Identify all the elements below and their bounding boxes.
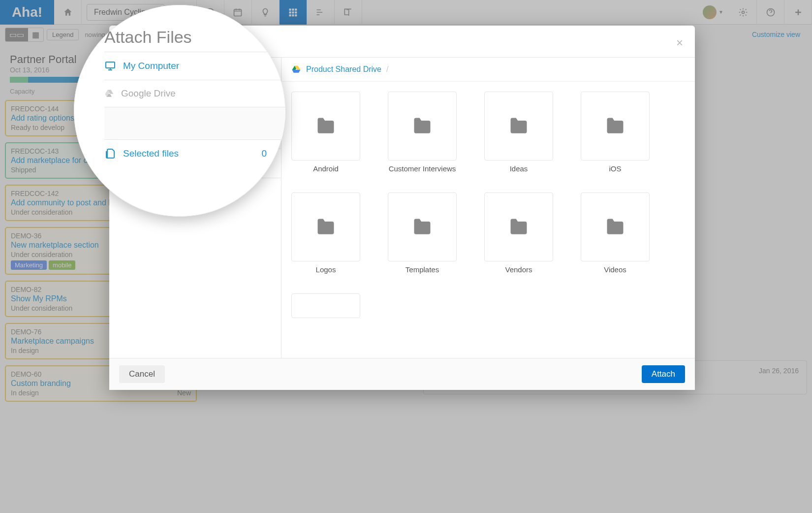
folder-item[interactable]: iOS bbox=[581, 92, 650, 173]
sidebar-gap bbox=[109, 115, 281, 149]
folder-item[interactable]: Templates bbox=[388, 192, 457, 274]
folder-item[interactable]: Ideas bbox=[484, 92, 553, 173]
folder-item[interactable]: Vendors bbox=[484, 192, 553, 274]
folder-item[interactable] bbox=[291, 293, 360, 322]
svg-rect-16 bbox=[121, 68, 129, 74]
selected-count: 0 bbox=[267, 159, 271, 168]
cancel-button[interactable]: Cancel bbox=[119, 365, 165, 383]
source-google-drive[interactable]: Google Drive bbox=[109, 87, 281, 115]
folder-item[interactable]: Videos bbox=[581, 192, 650, 274]
folder-item[interactable]: Customer Interviews bbox=[388, 92, 457, 173]
attach-button[interactable]: Attach bbox=[642, 365, 685, 383]
folder-grid: AndroidCustomer InterviewsIdeasiOSLogosT… bbox=[281, 82, 695, 332]
source-my-computer[interactable]: My Computer bbox=[109, 58, 281, 87]
folder-item[interactable]: Logos bbox=[291, 192, 360, 274]
selected-files[interactable]: Selected files 0 bbox=[109, 149, 281, 178]
modal-main: Product Shared Drive / AndroidCustomer I… bbox=[281, 58, 695, 358]
attach-files-modal: Attach Files × My Computer Google Drive … bbox=[109, 26, 695, 390]
folder-item[interactable]: Android bbox=[291, 92, 360, 173]
breadcrumb[interactable]: Product Shared Drive / bbox=[281, 58, 695, 82]
modal-sidebar: My Computer Google Drive Selected files … bbox=[109, 58, 281, 358]
close-icon[interactable]: × bbox=[676, 36, 683, 50]
modal-title: Attach Files bbox=[121, 34, 198, 51]
